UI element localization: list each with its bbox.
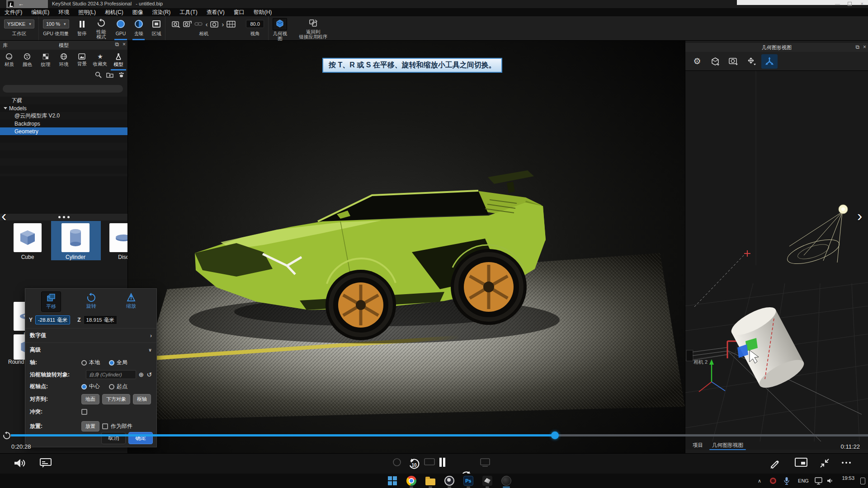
close-button[interactable]: × xyxy=(861,1,863,6)
back-arrow-icon[interactable]: ← xyxy=(18,0,24,7)
menu-camera[interactable]: 相机(C) xyxy=(105,9,123,16)
taskbar-photoshop[interactable]: Ps xyxy=(463,475,474,486)
close-panel-icon[interactable]: × xyxy=(123,41,126,47)
tray-expand-button[interactable]: ∧ xyxy=(754,475,765,486)
axis-local-radio[interactable]: 本地 xyxy=(81,359,100,366)
scale-tool-button[interactable]: 缩放 xyxy=(122,291,141,312)
float-panel-icon[interactable]: ⧉ xyxy=(855,44,859,50)
minimize-button[interactable]: — xyxy=(835,1,840,6)
library-search-input[interactable] xyxy=(3,85,123,93)
paw-icon[interactable] xyxy=(118,72,125,78)
menu-help[interactable]: 帮助(H) xyxy=(254,9,272,16)
taskbar-explorer[interactable] xyxy=(425,475,436,486)
tab-geometry-view[interactable]: 几何图形视图 xyxy=(708,441,747,450)
caret-expanded-icon[interactable] xyxy=(4,107,7,109)
taskbar-recorder[interactable] xyxy=(444,475,455,486)
tree-item-download[interactable]: 下载 xyxy=(0,97,127,104)
shrink-button[interactable] xyxy=(819,458,830,469)
region-button[interactable]: 区域 xyxy=(147,16,165,40)
camera-zoom-icon[interactable] xyxy=(172,20,180,28)
menu-file[interactable]: 文件(F) xyxy=(5,9,22,16)
settings-overlay-icon[interactable] xyxy=(480,458,490,467)
tray-clock[interactable]: 19:53 xyxy=(842,475,854,481)
pause-playback-button[interactable] xyxy=(439,458,445,467)
fov-value[interactable]: 80.0 xyxy=(246,20,264,28)
tray-record-indicator[interactable] xyxy=(768,475,778,486)
screen-overlay-icon[interactable] xyxy=(424,458,435,467)
pivot-origin-radio[interactable]: 起点 xyxy=(109,383,127,390)
collision-checkbox[interactable] xyxy=(81,409,87,415)
tray-display[interactable] xyxy=(814,475,825,486)
thumbnail-disc[interactable] xyxy=(109,223,127,252)
search-icon[interactable] xyxy=(95,71,102,78)
carousel-next-icon[interactable]: › xyxy=(857,209,862,222)
axis-global-radio[interactable]: 全局 xyxy=(109,359,127,366)
camera-select-button[interactable] xyxy=(725,54,741,69)
maximize-button[interactable] xyxy=(848,2,852,6)
more-options-button[interactable] xyxy=(842,462,851,464)
panel-splitter-handle[interactable] xyxy=(0,214,127,221)
performance-mode-button[interactable]: 性能模式 xyxy=(91,16,112,40)
place-button[interactable]: 放置 xyxy=(81,421,99,432)
gpu-toggle[interactable]: GPU xyxy=(112,16,130,40)
translate-tool-button[interactable]: 平移 xyxy=(41,291,61,312)
tab-textures[interactable]: 纹理 xyxy=(37,50,55,70)
denoise-toggle[interactable]: 去噪 xyxy=(130,16,147,40)
numeric-values-section[interactable]: 数字值 › xyxy=(25,328,156,343)
float-panel-icon[interactable]: ⧉ xyxy=(115,41,119,47)
geometry-display-button[interactable] xyxy=(707,54,723,69)
rotate-tool-button[interactable]: 旋转 xyxy=(82,291,101,312)
video-progress-track[interactable] xyxy=(11,434,868,436)
tab-models[interactable]: 模型 xyxy=(109,50,127,70)
workspace-dropdown[interactable]: YSIDKE▾ xyxy=(4,19,34,28)
tray-language[interactable]: ENG xyxy=(796,475,811,486)
tab-favorites[interactable]: ★ 收藏夹 xyxy=(91,50,109,70)
camera-save-icon[interactable] xyxy=(183,20,192,28)
geometry-3d-scene[interactable]: 相机 2 xyxy=(685,71,868,441)
menu-environment[interactable]: 环境 xyxy=(58,9,69,16)
tab-backplates[interactable]: 背景 xyxy=(73,50,91,70)
lock-overlay-icon[interactable] xyxy=(392,458,401,467)
advanced-section[interactable]: 高级 ∨ xyxy=(25,343,156,357)
thumbnail-cylinder[interactable] xyxy=(61,223,90,252)
add-folder-icon[interactable] xyxy=(106,72,113,78)
close-panel-icon[interactable]: × xyxy=(863,44,866,50)
pano-grid-icon[interactable] xyxy=(226,21,236,28)
align-ground-button[interactable]: 地面 xyxy=(81,394,99,404)
menu-image[interactable]: 图像 xyxy=(132,9,143,16)
taskbar-keyshot[interactable] xyxy=(501,475,512,486)
render-viewport[interactable]: 按 T、R 或 S 在平移、旋转和缩放小工具之间切换。 xyxy=(128,41,685,453)
tab-materials[interactable]: 材质 xyxy=(0,50,18,70)
rewind-10-button[interactable]: 10 xyxy=(408,458,420,470)
menu-window[interactable]: 窗口 xyxy=(234,9,245,16)
tab-environments[interactable]: 环境 xyxy=(55,50,73,70)
menu-lighting[interactable]: 照明(L) xyxy=(78,9,96,16)
tray-microphone[interactable] xyxy=(781,475,792,486)
tree-item-geometry[interactable]: Geometry xyxy=(0,127,127,135)
carousel-prev-icon[interactable]: ‹ xyxy=(1,209,6,222)
menu-view[interactable]: 查看(V) xyxy=(207,9,225,16)
pan-tool-button[interactable] xyxy=(743,54,760,69)
camera-frame-icon[interactable] xyxy=(210,20,219,28)
z-value-input[interactable]: 18.915毫米 xyxy=(84,315,117,324)
menu-edit[interactable]: 编辑(E) xyxy=(31,9,49,16)
pivot-center-radio[interactable]: 中心 xyxy=(81,383,100,390)
y-value-input[interactable]: -28.811毫米 xyxy=(35,315,70,324)
move-gizmo-button[interactable] xyxy=(761,54,778,69)
next-camera-icon[interactable]: › xyxy=(222,20,224,28)
tray-volume[interactable] xyxy=(825,475,835,486)
camera-link-icon[interactable] xyxy=(194,21,203,27)
return-to-linked-app-button[interactable]: 返回到链接应用程序 xyxy=(292,16,335,40)
video-progress-knob[interactable] xyxy=(551,432,559,439)
as-part-checkbox[interactable] xyxy=(102,423,108,429)
menu-tools[interactable]: 工具(T) xyxy=(179,9,197,16)
scene-settings-button[interactable]: ⚙ xyxy=(689,54,705,69)
tray-notifications[interactable] xyxy=(857,475,868,486)
volume-button[interactable] xyxy=(14,458,25,469)
tree-item-cloud-lib[interactable]: @云尚模型库 V2.0 xyxy=(0,112,127,120)
align-below-button[interactable]: 下方对象 xyxy=(102,394,130,404)
align-pivot-button[interactable]: 枢轴 xyxy=(133,394,151,404)
taskbar-3d-app[interactable] xyxy=(482,475,493,486)
pause-button[interactable]: 暂停 xyxy=(73,16,91,40)
annotate-button[interactable] xyxy=(769,458,780,469)
